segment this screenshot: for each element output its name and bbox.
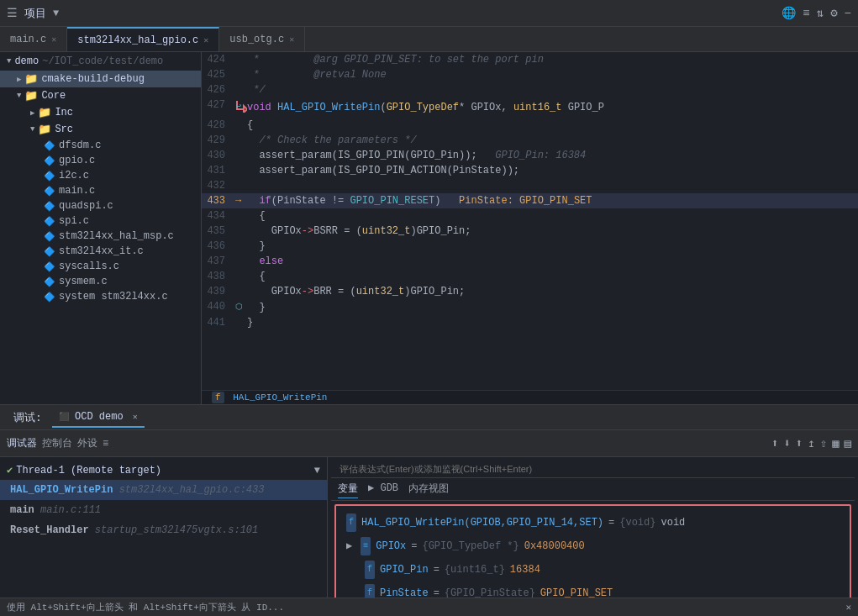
expr-input[interactable] [334, 462, 851, 476]
line-indicator [235, 52, 247, 67]
line-indicator [235, 224, 247, 239]
var-tab-variables[interactable]: 变量 [338, 480, 358, 498]
tab-main-c[interactable]: main.c ✕ [0, 27, 67, 51]
var-value-label: GPIO_PIN_SET [540, 585, 613, 598]
breakpoint-icon: ⬡ [235, 303, 243, 312]
return-arrow-icon: ↩ [235, 97, 247, 113]
line-number: 425 [202, 67, 235, 82]
tree-item-inc[interactable]: ▶ 📁 Inc [0, 104, 201, 121]
debugger-btn[interactable]: 调试器 [7, 436, 37, 450]
call-stack-panel: ✔ Thread-1 (Remote target) ▼ HAL_GPIO_Wr… [0, 457, 328, 598]
var-value-label: void [661, 514, 685, 531]
tree-item-dfsdm[interactable]: 🔷 dfsdm.c [0, 138, 201, 153]
tab-close-usb[interactable]: ✕ [289, 34, 294, 45]
tree-item-hal-it[interactable]: 🔷 stm32l4xx_it.c [0, 244, 201, 259]
close-icon[interactable]: ✕ [845, 602, 851, 613]
code-content[interactable]: 424 * @arg GPIO_PIN_SET: to set the port… [202, 52, 858, 390]
code-line-435: 435 GPIOx->BSRR = (uint32_t)GPIO_Pin; [202, 224, 858, 239]
menu-icon[interactable]: ☰ [7, 6, 18, 20]
minimize-icon[interactable]: − [845, 7, 851, 20]
tab-close-gpio[interactable]: ✕ [203, 35, 208, 45]
list-icon[interactable]: ≡ [803, 7, 809, 20]
stack-frame-reset[interactable]: Reset_Handler startup_stm32l475vgtx.s:10… [0, 520, 327, 540]
folder-icon: 📁 [38, 106, 51, 119]
var-tab-memory[interactable]: 内存视图 [408, 480, 449, 498]
line-number: 431 [202, 163, 235, 178]
peripheral-btn[interactable]: 外设 [77, 436, 97, 450]
tab-usb-c[interactable]: usb_otg.c ✕ [219, 27, 305, 51]
line-indicator [235, 284, 247, 299]
file-icon: 🔷 [44, 276, 55, 287]
filter-icon[interactable]: ▼ [314, 465, 320, 476]
tree-item-label: Core [41, 90, 66, 102]
run-to-cursor-icon[interactable]: ↥ [808, 436, 814, 450]
debug-area: 调试: ⬛ OCD demo ✕ 调试器 控制台 外设 ≡ ⬆ ⬇ ⬆ ↥ ⇧ … [0, 404, 858, 598]
tree-item-label: stm32l4xx_hal_msp.c [59, 230, 174, 242]
var-equals: = [608, 514, 614, 531]
tree-item-system[interactable]: 🔷 system stm32l4xx.c [0, 289, 201, 304]
line-number: 426 [202, 82, 235, 97]
func-breadcrumb: f HAL_GPIO_WritePin [202, 390, 858, 404]
tree-item-syscalls[interactable]: 🔷 syscalls.c [0, 259, 201, 274]
list2-icon[interactable]: ▤ [845, 436, 851, 450]
tab-bar: main.c ✕ stm32l4xx_hal_gpio.c ✕ usb_otg.… [0, 27, 858, 52]
step-up-icon[interactable]: ⇧ [820, 436, 827, 450]
line-code: GPIOx->BRR = (uint32_t)GPIO_Pin; [247, 284, 858, 299]
step-over-icon[interactable]: ⬆ [771, 436, 778, 450]
tree-item-hal-msp[interactable]: 🔷 stm32l4xx_hal_msp.c [0, 229, 201, 244]
tab-gpio-c[interactable]: stm32l4xx_hal_gpio.c ✕ [67, 27, 219, 51]
debug-tab-label: OCD demo [75, 411, 124, 423]
stack-func-label: Reset_Handler [10, 524, 95, 536]
line-indicator [235, 315, 247, 330]
stack-frame-hal[interactable]: HAL_GPIO_WritePin stm32l4xx_hal_gpio.c:4… [0, 480, 327, 500]
line-code: { [247, 269, 858, 284]
line-code: * @retval None [247, 67, 858, 82]
var-tabs: 变量 ▶ GDB 内存视图 [331, 478, 855, 501]
list-icon[interactable]: ≡ [103, 438, 108, 450]
debug-tab-ocd[interactable]: ⬛ OCD demo ✕ [52, 408, 145, 428]
chevron-down-icon: ▼ [30, 125, 34, 134]
app-container: ☰ 项目 ▼ 🌐 ≡ ⇅ ⚙ − main.c ✕ stm32l4xx_hal_… [0, 0, 858, 616]
debug-toolbar: 调试器 控制台 外设 ≡ ⬆ ⬇ ⬆ ↥ ⇧ ▦ ▤ [0, 430, 858, 457]
arrows-icon[interactable]: ⇅ [817, 6, 824, 20]
tree-item-src[interactable]: ▼ 📁 Src [0, 121, 201, 138]
tree-item-spi[interactable]: 🔷 spi.c [0, 213, 201, 229]
file-icon: 🔷 [44, 171, 55, 182]
line-indicator [235, 133, 247, 148]
line-code: else [247, 254, 858, 269]
tree-item-i2c[interactable]: 🔷 i2c.c [0, 168, 201, 183]
tree-item-quadspi[interactable]: 🔷 quadspi.c [0, 198, 201, 213]
tree-item-gpio[interactable]: 🔷 gpio.c [0, 153, 201, 168]
stack-file-label: main.c:111 [40, 504, 101, 516]
earth-icon[interactable]: 🌐 [782, 6, 796, 20]
step-into-icon[interactable]: ⬇ [783, 436, 790, 450]
step-out-icon[interactable]: ⬆ [796, 436, 803, 450]
line-number: 429 [202, 133, 235, 148]
tab-close-debug[interactable]: ✕ [133, 413, 138, 422]
tree-item-cmake[interactable]: ▶ 📁 cmake-build-debug [0, 71, 201, 87]
chevron-down-icon: ▶ [17, 75, 21, 84]
debug-icon: ⬛ [59, 413, 69, 422]
status-bar: 使用 Alt+Shift+向上箭头 和 Alt+Shift+向下箭头 从 ID.… [0, 598, 858, 616]
tab-close-main[interactable]: ✕ [51, 34, 56, 45]
tree-item-sysmem[interactable]: 🔷 sysmem.c [0, 274, 201, 289]
variable-box: f HAL_GPIO_WritePin(GPIOB,GPIO_PIN_14,SE… [334, 504, 851, 598]
line-indicator [235, 269, 247, 284]
code-line-428: 428 { [202, 118, 858, 133]
line-code: } [247, 299, 858, 315]
console-btn[interactable]: 控制台 [42, 436, 72, 450]
line-number: 436 [202, 239, 235, 254]
code-line-434: 434 { [202, 208, 858, 224]
settings-icon[interactable]: ⚙ [830, 6, 837, 20]
tree-item-core[interactable]: ▼ 📁 Core [0, 87, 201, 104]
var-type-icon: ≡ [361, 537, 371, 555]
line-code: */ [247, 82, 858, 97]
var-func-name: HAL_GPIO_WritePin(GPIOB,GPIO_PIN_14,SET) [361, 514, 603, 531]
var-tab-gdb[interactable]: ▶ GDB [368, 480, 398, 498]
expand-icon[interactable]: ▶ [346, 538, 352, 555]
grid-icon[interactable]: ▦ [832, 436, 839, 450]
var-item-gpio-pin: f GPIO_Pin = {uint16_t} 16384 [341, 558, 845, 582]
stack-frame-main[interactable]: main main.c:111 [0, 500, 327, 520]
folder-icon: 📁 [24, 72, 38, 86]
tree-item-main[interactable]: 🔷 main.c [0, 183, 201, 198]
